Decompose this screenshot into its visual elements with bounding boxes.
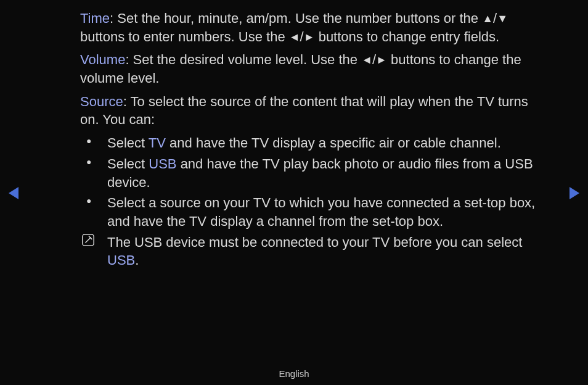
keyword-volume: Volume — [80, 52, 125, 67]
keyword-source: Source — [80, 94, 123, 109]
prev-page-arrow[interactable] — [9, 187, 18, 199]
note-icon — [81, 233, 95, 247]
text: buttons to change entry fields. — [315, 29, 500, 44]
left-arrow-icon: ◄ — [361, 54, 372, 66]
down-arrow-icon: ▼ — [497, 12, 508, 25]
keyword-tv: TV — [149, 135, 166, 151]
para-source: Source: To select the source of the cont… — [80, 93, 547, 129]
left-arrow-icon: ◄ — [289, 31, 300, 43]
para-volume: Volume: Set the desired volume level. Us… — [80, 51, 547, 87]
list-item: Select TV and have the TV display a spec… — [107, 134, 547, 152]
bullet-list: Select TV and have the TV display a spec… — [80, 134, 547, 270]
keyword-time: Time — [80, 10, 110, 26]
text: : Set the hour, minute, am/pm. Use the n… — [110, 10, 482, 26]
keyword-usb: USB — [149, 156, 176, 172]
text: Select a source on your TV to which you … — [107, 195, 535, 229]
text: The USB device must be connected to your… — [107, 234, 522, 250]
list-item: Select USB and have the TV play back pho… — [107, 155, 547, 191]
text: and have the TV display a specific air o… — [166, 135, 501, 151]
right-arrow-icon: ► — [376, 54, 387, 66]
content-area: Time: Set the hour, minute, am/pm. Use t… — [0, 0, 588, 270]
right-arrow-icon: ► — [304, 31, 315, 43]
para-time: Time: Set the hour, minute, am/pm. Use t… — [80, 9, 547, 46]
footer-language: English — [0, 368, 588, 380]
list-item: Select a source on your TV to which you … — [107, 194, 547, 230]
text: : Set the desired volume level. Use the — [125, 52, 361, 67]
text: : To select the source of the content th… — [80, 94, 528, 128]
next-page-arrow[interactable] — [570, 187, 579, 199]
text: Select — [107, 156, 149, 172]
keyword-usb: USB — [107, 252, 135, 268]
text: . — [135, 252, 139, 268]
text: buttons to enter numbers. Use the — [80, 29, 289, 44]
up-arrow-icon: ▲ — [482, 12, 493, 25]
text: Select — [107, 135, 149, 151]
list-item-note: The USB device must be connected to your… — [107, 233, 547, 270]
